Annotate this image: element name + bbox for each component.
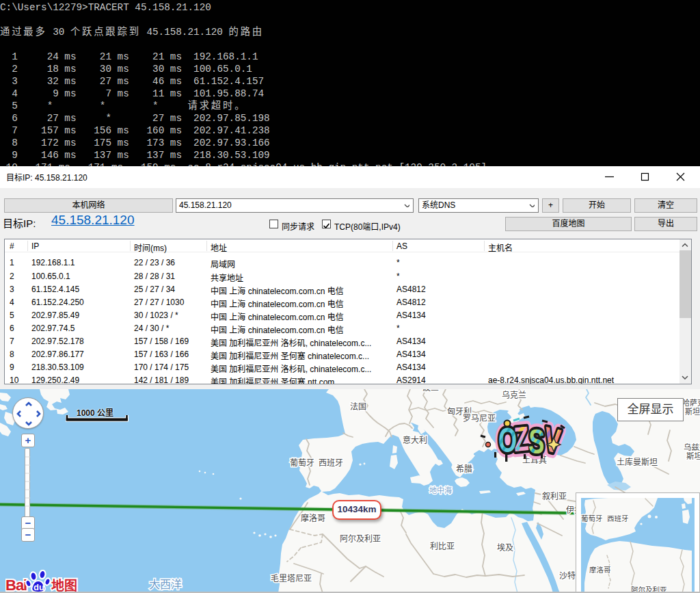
svg-text:罗马尼亚: 罗马尼亚 bbox=[463, 414, 496, 423]
svg-text:Bai: Bai bbox=[5, 577, 27, 593]
svg-text:乌克兰: 乌克兰 bbox=[502, 390, 526, 400]
svg-text:法国: 法国 bbox=[350, 402, 366, 412]
svg-text:哈萨克: 哈萨克 bbox=[682, 399, 700, 407]
svg-text:地图: 地图 bbox=[51, 575, 77, 593]
svg-text:地中海: 地中海 bbox=[429, 486, 452, 495]
svg-text:葡萄牙: 葡萄牙 bbox=[581, 514, 603, 523]
svg-text:葡萄牙: 葡萄牙 bbox=[290, 458, 314, 468]
svg-text:大西洋: 大西洋 bbox=[149, 579, 182, 590]
svg-text:摩洛哥: 摩洛哥 bbox=[589, 566, 611, 574]
svg-text:阿尔及利亚: 阿尔及利亚 bbox=[340, 533, 381, 544]
svg-text:波兰: 波兰 bbox=[422, 389, 439, 393]
svg-text:利比亚: 利比亚 bbox=[430, 542, 455, 551]
svg-text:西班牙: 西班牙 bbox=[607, 514, 629, 523]
svg-text:意大利: 意大利 bbox=[403, 435, 427, 445]
svg-text:乌兹别: 乌兹别 bbox=[684, 443, 700, 451]
svg-text:埃及: 埃及 bbox=[497, 543, 513, 553]
svg-text:斯坦: 斯坦 bbox=[686, 451, 700, 460]
svg-text:土库曼斯坦: 土库曼斯坦 bbox=[617, 457, 658, 467]
svg-text:斯坦: 斯坦 bbox=[685, 407, 700, 416]
svg-text:希腊: 希腊 bbox=[456, 464, 472, 474]
svg-text:摩洛哥: 摩洛哥 bbox=[301, 513, 325, 523]
svg-text:叙利亚: 叙利亚 bbox=[542, 492, 567, 501]
svg-text:du: du bbox=[33, 582, 44, 592]
svg-text:毛里塔尼亚: 毛里塔尼亚 bbox=[271, 574, 312, 583]
svg-text:西班牙: 西班牙 bbox=[319, 458, 343, 468]
